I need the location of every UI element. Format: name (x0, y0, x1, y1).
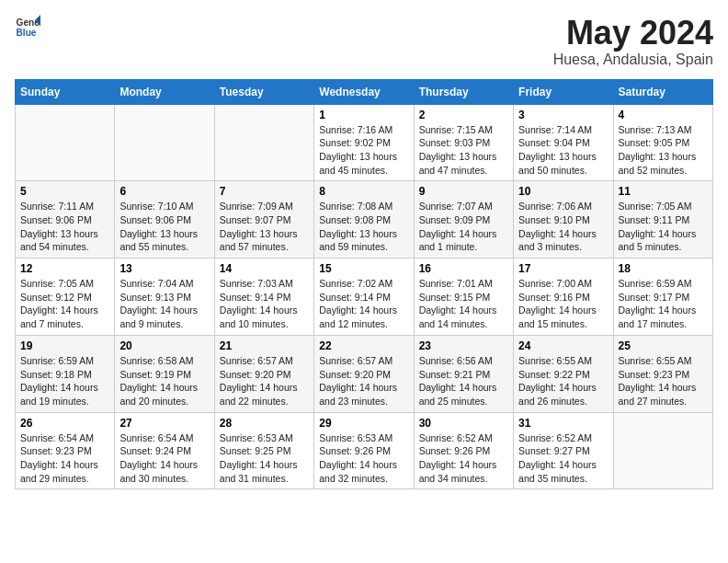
weekday-header-tuesday: Tuesday (214, 79, 313, 104)
calendar-day-29: 29Sunrise: 6:53 AMSunset: 9:26 PMDayligh… (314, 412, 414, 489)
day-info-line: Sunrise: 6:59 AM (20, 354, 109, 368)
logo: General Blue (15, 15, 40, 40)
day-info-line: Sunset: 9:20 PM (319, 368, 408, 382)
day-info-line: and 50 minutes. (518, 164, 608, 178)
day-number: 13 (119, 262, 209, 275)
calendar-day-20: 20Sunrise: 6:58 AMSunset: 9:19 PMDayligh… (115, 335, 214, 412)
day-info-line: Sunrise: 7:11 AM (20, 200, 109, 213)
calendar-day-24: 24Sunrise: 6:55 AMSunset: 9:22 PMDayligh… (514, 335, 613, 412)
day-info-line: Sunset: 9:04 PM (518, 136, 608, 150)
day-info-line: Sunset: 9:27 PM (518, 444, 608, 458)
day-info-line: Sunset: 9:03 PM (419, 136, 508, 150)
day-info-line: Daylight: 14 hours (119, 458, 209, 472)
day-info-line: Daylight: 13 hours (220, 227, 309, 241)
day-info-line: Daylight: 14 hours (220, 381, 309, 395)
day-info-line: and 14 minutes. (419, 317, 508, 331)
calendar-day-25: 25Sunrise: 6:55 AMSunset: 9:23 PMDayligh… (613, 335, 712, 412)
day-info-line: and 30 minutes. (119, 472, 209, 486)
day-number: 8 (319, 185, 408, 198)
calendar-day-21: 21Sunrise: 6:57 AMSunset: 9:20 PMDayligh… (214, 335, 313, 412)
day-info-line: Sunset: 9:07 PM (220, 213, 309, 227)
day-number: 19 (20, 339, 109, 352)
weekday-header-thursday: Thursday (414, 79, 513, 104)
day-info-line: and 27 minutes. (619, 395, 708, 408)
day-info-line: Daylight: 14 hours (319, 304, 408, 317)
calendar-day-4: 4Sunrise: 7:13 AMSunset: 9:05 PMDaylight… (613, 104, 712, 181)
day-info-line: and 22 minutes. (220, 395, 309, 408)
calendar-day-30: 30Sunrise: 6:52 AMSunset: 9:26 PMDayligh… (414, 412, 513, 489)
day-info-line: and 29 minutes. (20, 472, 109, 486)
day-number: 28 (220, 417, 309, 430)
day-number: 10 (518, 185, 608, 198)
day-info-line: and 55 minutes. (119, 240, 209, 254)
weekday-header-wednesday: Wednesday (314, 79, 414, 104)
calendar-day-18: 18Sunrise: 6:59 AMSunset: 9:17 PMDayligh… (613, 259, 712, 336)
day-info-line: Sunrise: 6:54 AM (20, 431, 109, 445)
day-info-line: Daylight: 14 hours (419, 227, 508, 241)
day-info-line: Sunrise: 7:15 AM (419, 123, 508, 137)
day-number: 18 (619, 262, 708, 275)
calendar-day-19: 19Sunrise: 6:59 AMSunset: 9:18 PMDayligh… (16, 335, 115, 412)
day-info-line: Sunset: 9:26 PM (319, 444, 408, 458)
day-info-line: and 10 minutes. (220, 317, 309, 331)
day-info-line: Sunrise: 7:14 AM (518, 123, 608, 137)
day-info-line: Daylight: 14 hours (419, 381, 508, 395)
day-info-line: and 34 minutes. (419, 472, 508, 486)
day-info-line: Sunset: 9:09 PM (419, 213, 508, 227)
day-info-line: and 32 minutes. (319, 472, 408, 486)
calendar-day-16: 16Sunrise: 7:01 AMSunset: 9:15 PMDayligh… (414, 259, 513, 336)
day-info-line: Sunrise: 7:16 AM (319, 123, 408, 137)
calendar-day-11: 11Sunrise: 7:05 AMSunset: 9:11 PMDayligh… (613, 181, 712, 259)
day-number: 2 (419, 109, 508, 121)
calendar-day-10: 10Sunrise: 7:06 AMSunset: 9:10 PMDayligh… (514, 181, 613, 259)
weekday-header-row: SundayMondayTuesdayWednesdayThursdayFrid… (16, 79, 713, 104)
calendar-week-1: 1Sunrise: 7:16 AMSunset: 9:02 PMDaylight… (16, 104, 713, 181)
day-info-line: Sunrise: 6:52 AM (518, 431, 608, 445)
day-number: 30 (419, 417, 508, 430)
day-number: 20 (119, 339, 209, 352)
calendar-day-1: 1Sunrise: 7:16 AMSunset: 9:02 PMDaylight… (314, 104, 414, 181)
day-number: 16 (419, 262, 508, 275)
day-info-line: Daylight: 14 hours (319, 458, 408, 472)
day-info-line: Daylight: 14 hours (518, 227, 608, 241)
day-number: 23 (419, 339, 508, 352)
calendar-day-15: 15Sunrise: 7:02 AMSunset: 9:14 PMDayligh… (314, 259, 414, 336)
day-info-line: Sunrise: 7:05 AM (20, 277, 109, 291)
day-info-line: Daylight: 14 hours (518, 381, 608, 395)
day-info-line: Sunset: 9:18 PM (20, 368, 109, 382)
day-number: 12 (20, 262, 109, 275)
calendar-week-4: 19Sunrise: 6:59 AMSunset: 9:18 PMDayligh… (16, 335, 713, 412)
day-info-line: Sunset: 9:11 PM (619, 213, 708, 227)
day-info-line: Sunset: 9:06 PM (119, 213, 209, 227)
day-number: 1 (319, 109, 408, 121)
calendar-day-26: 26Sunrise: 6:54 AMSunset: 9:23 PMDayligh… (16, 412, 115, 489)
day-number: 31 (518, 417, 608, 430)
calendar-day-12: 12Sunrise: 7:05 AMSunset: 9:12 PMDayligh… (16, 259, 115, 336)
day-info-line: Daylight: 14 hours (220, 304, 309, 317)
calendar-week-3: 12Sunrise: 7:05 AMSunset: 9:12 PMDayligh… (16, 259, 713, 336)
day-info-line: Sunrise: 7:01 AM (419, 277, 508, 291)
weekday-header-monday: Monday (115, 79, 214, 104)
day-info-line: Sunrise: 7:07 AM (419, 200, 508, 213)
day-info-line: Daylight: 13 hours (419, 150, 508, 164)
day-info-line: Sunset: 9:16 PM (518, 291, 608, 304)
day-number: 15 (319, 262, 408, 275)
day-info-line: Sunrise: 7:02 AM (319, 277, 408, 291)
day-info-line: Sunset: 9:13 PM (119, 291, 209, 304)
calendar-day-3: 3Sunrise: 7:14 AMSunset: 9:04 PMDaylight… (514, 104, 613, 181)
calendar-week-2: 5Sunrise: 7:11 AMSunset: 9:06 PMDaylight… (16, 181, 713, 259)
day-info-line: and 25 minutes. (419, 395, 508, 408)
day-info-line: Daylight: 13 hours (518, 150, 608, 164)
day-info-line: Daylight: 13 hours (20, 227, 109, 241)
day-info-line: Sunrise: 6:53 AM (220, 431, 309, 445)
day-info-line: Daylight: 14 hours (619, 304, 708, 317)
day-info-line: Sunrise: 6:54 AM (119, 431, 209, 445)
day-info-line: and 19 minutes. (20, 395, 109, 408)
day-info-line: and 15 minutes. (518, 317, 608, 331)
day-number: 29 (319, 417, 408, 430)
day-info-line: Sunset: 9:20 PM (220, 368, 309, 382)
day-number: 4 (619, 109, 708, 121)
day-info-line: and 5 minutes. (619, 240, 708, 254)
day-info-line: Sunset: 9:23 PM (619, 368, 708, 382)
title-block: May 2024 Huesa, Andalusia, Spain (553, 15, 713, 68)
